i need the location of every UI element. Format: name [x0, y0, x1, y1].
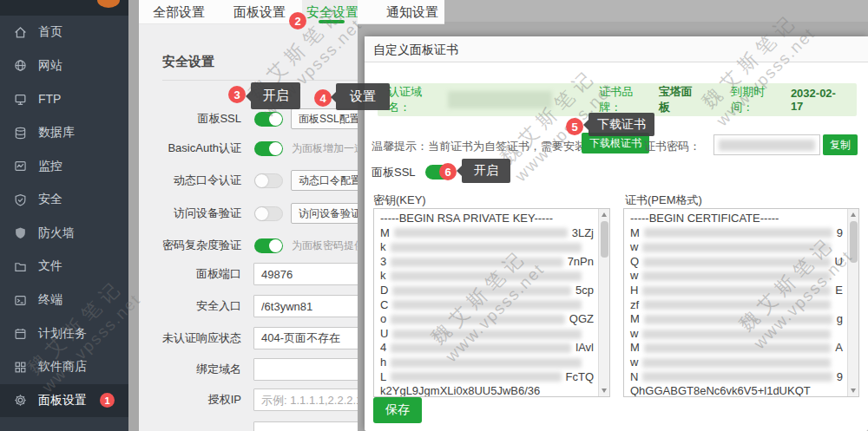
otp-label: 动态口令认证 [139, 169, 241, 192]
server-icon [14, 93, 27, 106]
callout-6-tooltip: 开启 [462, 159, 510, 183]
globe-icon [14, 59, 27, 72]
callout-3-tooltip: 开启 [251, 82, 300, 109]
callout-6-circle: 6 [439, 163, 457, 180]
dialog-title: 自定义面板证书 [365, 36, 868, 62]
sidebar-item-firewall[interactable]: 防火墙 [0, 217, 128, 251]
copy-button[interactable]: 复制 [823, 134, 858, 155]
tabbar-extension: 通知设置 [358, 0, 444, 24]
pem-label: 证书(PEM格式) [625, 193, 702, 208]
tab-all-settings[interactable]: 全部设置 [152, 0, 206, 24]
sidebar-top-band [0, 0, 128, 16]
custom-cert-dialog: 自定义面板证书 认证域名： 证书品牌： 宝塔面板 到期时间： 2032-02-1… [365, 36, 868, 431]
basicauth-toggle[interactable] [254, 141, 283, 156]
sidebar-item-label: 面板设置 [38, 393, 87, 408]
expiry-value: 2032-02-17 [791, 87, 846, 113]
terminal-icon [14, 294, 27, 307]
tab-panel-settings[interactable]: 面板设置 [233, 0, 286, 24]
panel-ssl-toggle[interactable] [254, 112, 283, 127]
basicauth-label: BasicAuth认证 [139, 137, 241, 160]
device-verify-label: 访问设备验证 [139, 202, 241, 225]
grid-icon [14, 361, 27, 374]
page-scrollbar[interactable] [128, 0, 139, 431]
folder-icon [14, 260, 27, 273]
save-button[interactable]: 保存 [373, 397, 422, 423]
callout-2-circle: 2 [289, 12, 306, 29]
sidebar: 首页 网站 FTP 数据库 监控 安全 [0, 0, 128, 431]
brand-label: 证书品牌： [599, 84, 654, 115]
sidebar-item-website[interactable]: 网站 [0, 49, 128, 83]
certificate-pem-textarea[interactable]: -----BEGIN CERTIFICATE----- M9 w QU w HE… [623, 208, 859, 397]
key-line: k2YgL9JgmXLi0x8UU5JwB6/36 [380, 384, 594, 397]
panel-port-label: 面板端口 [139, 263, 241, 285]
pem-line: -----BEGIN CERTIFICATE----- [630, 212, 843, 226]
password-complexity-toggle[interactable] [254, 238, 283, 253]
brand-value: 宝塔面板 [659, 84, 702, 115]
sidebar-item-files[interactable]: 文件 [0, 250, 128, 284]
callout-4-circle: 4 [314, 89, 332, 107]
sidebar-item-monitor[interactable]: 监控 [0, 149, 128, 183]
sidebar-item-appstore[interactable]: 软件商店 [0, 350, 128, 384]
callout-5-circle: 5 [566, 118, 583, 135]
monitor-icon [14, 160, 27, 173]
panel-ssl-config-button[interactable]: 面板SSL配置 [291, 108, 368, 129]
bind-domain-label: 绑定域名 [139, 358, 241, 381]
gear-icon [14, 394, 27, 407]
bt-panel-screen: 首页 网站 FTP 数据库 监控 安全 [0, 0, 868, 431]
scroll-thumb[interactable] [850, 221, 858, 263]
cert-password-blurred [719, 140, 815, 151]
cert-info-bar: 认证域名： 证书品牌： 宝塔面板 到期时间： 2032-02-17 [378, 83, 857, 116]
sidebar-item-label: 数据库 [38, 125, 75, 140]
scroll-thumb[interactable] [601, 221, 608, 258]
password-complexity-hint: 为面板密码提供 [292, 234, 365, 257]
device-verify-toggle[interactable] [254, 206, 283, 221]
sidebar-item-ftp[interactable]: FTP [0, 82, 128, 116]
sidebar-item-security[interactable]: 安全 [0, 183, 128, 217]
sidebar-item-label: 文件 [38, 258, 62, 274]
sidebar-item-panel-settings[interactable]: 面板设置 1 [0, 384, 128, 418]
domain-label: 认证域名： [388, 84, 443, 115]
sidebar-item-label: 安全 [38, 192, 62, 207]
domain-value-blurred [448, 91, 553, 108]
password-complexity-label: 密码复杂度验证 [139, 234, 241, 257]
sidebar-item-label: 终端 [38, 292, 62, 308]
shield-icon [14, 226, 27, 239]
divider [162, 80, 388, 81]
shield-check-icon [14, 193, 27, 206]
scroll-down-icon[interactable] [602, 389, 607, 393]
basicauth-hint: 为面板增加一道 [292, 137, 365, 160]
private-key-textarea[interactable]: -----BEGIN RSA PRIVATE KEY----- M3LZj k … [373, 208, 610, 397]
callout-3-circle: 3 [228, 86, 246, 103]
sidebar-item-label: 网站 [38, 58, 62, 74]
home-icon [14, 26, 27, 39]
key-label: 密钥(KEY) [373, 193, 426, 208]
sidebar-item-label: 软件商店 [38, 359, 87, 375]
panel-settings-badge: 1 [100, 393, 115, 408]
pem-scrollbar[interactable] [847, 209, 858, 396]
sidebar-item-label: 防火墙 [38, 225, 75, 241]
sidebar-item-terminal[interactable]: 终端 [0, 284, 128, 317]
sidebar-item-home[interactable]: 首页 [0, 16, 128, 49]
scroll-up-icon[interactable] [602, 212, 607, 217]
calendar-icon [14, 327, 27, 340]
sidebar-item-cron[interactable]: 计划任务 [0, 317, 128, 350]
expiry-label: 到期时间： [731, 84, 786, 115]
panel-ssl-label: 面板SSL [139, 108, 241, 130]
scroll-up-icon[interactable] [851, 212, 856, 217]
key-scrollbar[interactable] [598, 209, 609, 396]
page-title: 安全设置 [162, 54, 214, 70]
sidebar-item-label: 首页 [38, 24, 62, 40]
modal-backdrop-top [444, 0, 868, 22]
pem-line: QhGGABGT8eNc6vk6V5+l1dUKQT [630, 384, 843, 397]
sidebar-item-database[interactable]: 数据库 [0, 116, 128, 150]
scroll-down-icon[interactable] [851, 389, 856, 393]
unauth-status-label: 未认证响应状态 [139, 327, 241, 349]
logo-dot [97, 0, 120, 8]
security-entrance-label: 安全入口 [139, 295, 241, 317]
sidebar-item-label: 计划任务 [38, 326, 87, 342]
authorized-ip-label: 授权IP [139, 389, 241, 411]
key-line: -----BEGIN RSA PRIVATE KEY----- [380, 212, 594, 226]
cert-password-input[interactable] [713, 134, 820, 155]
otp-toggle[interactable] [254, 173, 283, 188]
tab-notify-settings[interactable]: 通知设置 [382, 0, 443, 24]
